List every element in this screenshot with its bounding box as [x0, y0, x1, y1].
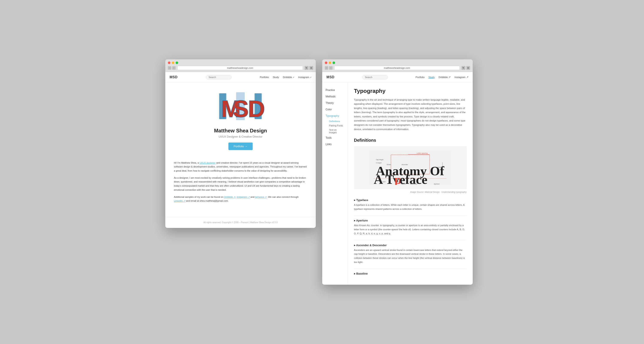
bio-paragraph-1: Hi! I'm Matthew Shea, a UI/UX designer a… [174, 161, 307, 173]
definition-desc-typeface: A typeface is a collection of letters. W… [354, 203, 467, 211]
sidebar-subitem-definitions[interactable]: Definitions [326, 119, 348, 123]
footer: All rights reserved. Copyright © 2008 – … [165, 217, 316, 228]
right-share-button[interactable]: ⊡ [466, 66, 470, 70]
right-address-bar[interactable]: matthewsheadesign.com [334, 66, 460, 70]
left-browser-window: ‹ › matthewsheadesign.com ↻ ⊡ MSD Portfo… [165, 59, 316, 228]
close-button[interactable] [168, 62, 170, 64]
nav-portfolio[interactable]: Portfolio [260, 76, 269, 78]
bio-link-instagram[interactable]: Instagram ↗ [237, 196, 250, 198]
back-button[interactable]: ‹ [168, 66, 171, 70]
traffic-lights [168, 62, 313, 64]
right-nav-portfolio[interactable]: Portfolio [416, 76, 424, 78]
right-page-content: MSD Portfolio Study Dribbble ↗ Instagram… [322, 72, 473, 285]
definition-term-typeface: Typeface [354, 199, 467, 202]
right-site-header: MSD Portfolio Study Dribbble ↗ Instagram… [322, 72, 473, 83]
sidebar-item-methods[interactable]: Methods [322, 93, 348, 100]
svg-text:D: D [248, 95, 265, 122]
bio-section: Hi! I'm Matthew Shea, a UI/UX designer a… [165, 161, 316, 212]
bio-link-design[interactable]: UI/UX designer [200, 161, 216, 164]
left-page-content: MSD Portfolio Study Dribbble Instagram [165, 72, 316, 228]
nav-dribbble[interactable]: Dribbble [283, 76, 294, 78]
image-caption: Image Source: Material Design · Understa… [354, 191, 467, 193]
browser-actions: ↻ ⊡ [304, 66, 313, 70]
divider-3 [354, 268, 467, 269]
sidebar-subitem-text-on-images[interactable]: Text on Images [326, 128, 348, 135]
definition-term-aperture: Aperture [354, 219, 467, 222]
right-close-button[interactable] [325, 62, 327, 64]
sidebar-item-links[interactable]: Links [322, 141, 348, 147]
share-button[interactable]: ⊡ [309, 66, 313, 70]
address-bar[interactable]: matthewsheadesign.com [177, 66, 303, 70]
definition-ascender-descender: Ascender & Descender Ascenders are an up… [354, 244, 467, 264]
svg-text:Stroke: Stroke [386, 164, 391, 165]
hero-logo-graphic: M S D [215, 89, 266, 123]
right-browser-chrome: ‹ › matthewsheadesign.com ↻ ⊡ [322, 59, 473, 72]
desktop: ‹ › matthewsheadesign.com ↻ ⊡ MSD Portfo… [165, 59, 479, 285]
right-nav-study[interactable]: Study [428, 76, 435, 78]
hero-title: UI/UX Designer & Creative Director [170, 135, 312, 138]
left-browser-chrome: ‹ › matthewsheadesign.com ↻ ⊡ [165, 59, 316, 72]
right-traffic-lights [325, 62, 470, 64]
sidebar-item-color[interactable]: Color [322, 106, 348, 113]
nav-study[interactable]: Study [273, 76, 279, 78]
portfolio-button[interactable]: Portfolio → [228, 142, 252, 150]
right-nav-buttons: ‹ › [325, 66, 332, 70]
right-nav-instagram[interactable]: Instagram ↗ [454, 76, 468, 79]
section-definitions-title: Definitions [354, 138, 467, 143]
right-maximize-button[interactable] [332, 62, 335, 64]
svg-text:X-height: X-height [376, 162, 382, 164]
left-toolbar: ‹ › matthewsheadesign.com ↻ ⊡ [168, 66, 313, 72]
nav-instagram[interactable]: Instagram [298, 76, 312, 78]
bio-paragraph-3: Additional samples of my work can be fou… [174, 195, 307, 203]
svg-text:Aperture: Aperture [434, 183, 440, 185]
nav-buttons: ‹ › [168, 66, 176, 70]
svg-text:Descender: Descender [410, 183, 418, 185]
sidebar-subnav-typography: Definitions Pairing Fonts Text on Images [322, 119, 348, 135]
bio-link-linkedin[interactable]: LinkedIn ↗ [174, 200, 186, 202]
definition-term-baseline: Baseline [354, 272, 467, 275]
sidebar-item-typography[interactable]: Typography [322, 113, 348, 119]
svg-text:Cap Height: Cap Height [376, 159, 384, 160]
sidebar: Practice Methods Theory Color Typography… [322, 83, 348, 285]
right-nav-dribbble[interactable]: Dribbble ↗ [438, 76, 450, 79]
sidebar-item-tools[interactable]: Tools [322, 135, 348, 141]
right-search-input[interactable] [362, 75, 388, 79]
content-title: Typography [354, 88, 467, 94]
right-minimize-button[interactable] [329, 62, 331, 64]
sidebar-item-practice[interactable]: Practice [322, 87, 348, 93]
reload-button[interactable]: ↻ [304, 66, 308, 70]
svg-text:Ascender: Ascender [402, 164, 408, 165]
right-back-button[interactable]: ‹ [325, 66, 328, 70]
site-logo: MSD [170, 75, 178, 79]
right-browser-actions: ↻ ⊡ [462, 66, 470, 70]
svg-text:Stroke: Stroke [401, 183, 406, 185]
definition-baseline: Baseline [354, 272, 467, 275]
maximize-button[interactable] [176, 62, 178, 64]
main-nav: Portfolio Study Dribbble Instagram [260, 76, 312, 78]
bio-link-behance[interactable]: behance ↗ [255, 196, 266, 198]
definition-aperture: Aperture Also Known As: counter. In typo… [354, 219, 467, 235]
svg-text:Serif: Serif [382, 181, 385, 183]
definition-desc-ascender: Ascenders are an upward vertical stroke … [354, 248, 467, 264]
minimize-button[interactable] [172, 62, 174, 64]
main-content: Typography Typography is the art and tec… [348, 83, 473, 285]
svg-text:Serif: Serif [397, 181, 400, 183]
hero-name: Matthew Shea Design [170, 128, 312, 134]
bio-link-dribbble[interactable]: Dribbble ↗ [224, 196, 236, 198]
content-intro: Typography is the art and technique of a… [354, 98, 467, 131]
hero-section: M S D Matthew Shea Design UI/UX Designer… [165, 83, 316, 161]
search-input[interactable] [206, 75, 232, 79]
sidebar-subitem-pairing-fonts[interactable]: Pairing Fonts [326, 123, 348, 128]
right-reload-button[interactable]: ↻ [462, 66, 466, 70]
site-header: MSD Portfolio Study Dribbble Instagram [165, 72, 316, 83]
forward-button[interactable]: › [172, 66, 176, 70]
definition-typeface: Typeface A typeface is a collection of l… [354, 199, 467, 211]
right-forward-button[interactable]: › [329, 66, 332, 70]
right-toolbar: ‹ › matthewsheadesign.com ↻ ⊡ [325, 66, 470, 72]
svg-text:Leading: Leading [437, 166, 442, 168]
right-site-logo: MSD [326, 75, 334, 79]
anatomy-image: Anatomy Of A Ty p eface Letter-spacing C… [354, 146, 467, 189]
right-main-nav: Portfolio Study Dribbble ↗ Instagram ↗ [416, 76, 468, 79]
sidebar-item-theory[interactable]: Theory [322, 100, 348, 106]
bio-paragraph-2: As a designer, I am most excited by crea… [174, 176, 307, 192]
